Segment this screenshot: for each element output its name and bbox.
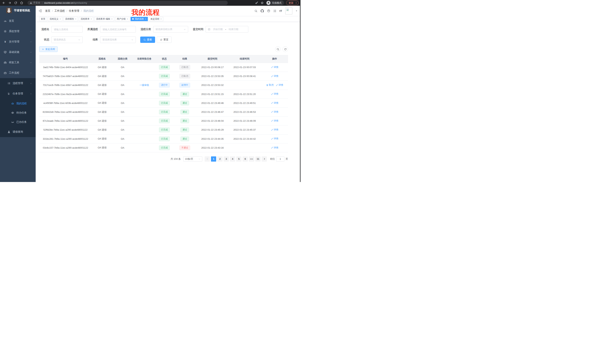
tab-start-process[interactable]: 发起流程× <box>149 17 163 21</box>
show-search-button[interactable] <box>275 46 281 52</box>
parent-process-input[interactable] <box>100 26 136 33</box>
pager-next-button[interactable] <box>262 156 267 162</box>
font-size-icon[interactable]: tT <box>280 9 282 12</box>
browser-home-icon[interactable] <box>20 1 23 4</box>
detail-button[interactable]: 详情 <box>276 84 283 87</box>
help-icon[interactable] <box>267 9 270 12</box>
result-select[interactable]: 请选择流结果 <box>100 36 136 43</box>
tab-process-form[interactable]: 流程表单× <box>79 17 93 21</box>
browser-forward-icon[interactable] <box>8 1 11 4</box>
pager-more-button[interactable]: ••• <box>249 156 254 162</box>
search-button[interactable]: 搜索 <box>140 37 155 43</box>
detail-button[interactable]: 详情 <box>271 128 278 131</box>
sidebar-item-home[interactable]: 首页 <box>0 16 36 26</box>
filter-label: 结果 <box>87 38 98 41</box>
goto-page-input[interactable] <box>276 156 284 162</box>
gear-icon <box>4 30 7 33</box>
submit-time-range[interactable]: 开始日期 - 结束日期 <box>206 26 248 33</box>
close-icon[interactable]: × <box>160 18 161 20</box>
start-process-button[interactable]: 发起流程 <box>39 46 58 52</box>
sidebar-item-todo-task[interactable]: 待办任务 <box>0 108 36 117</box>
tab-process-form-edit[interactable]: 流程表单-编辑× <box>94 17 114 21</box>
breadcrumb-home[interactable]: 首页 <box>45 9 50 13</box>
pager-page-5[interactable]: 5 <box>236 156 241 162</box>
sidebar-item-my-process[interactable]: 我的流程 <box>0 99 36 108</box>
breadcrumb-task-management[interactable]: 任务管理 <box>69 9 79 13</box>
key-icon[interactable] <box>255 1 258 4</box>
pager-page-2[interactable]: 2 <box>217 156 222 162</box>
cancel-button[interactable]: 取消 <box>266 84 274 87</box>
incognito-label: 无痕模式 <box>272 1 281 5</box>
cell-end-time: 2022-01-22 23:46:09 <box>228 116 261 125</box>
sidebar-item-task-management[interactable]: 任务管理 <box>0 88 36 99</box>
edit-icon <box>271 129 273 131</box>
detail-button[interactable]: 详情 <box>271 110 278 114</box>
sidebar-item-infrastructure[interactable]: 基础设施 <box>0 47 36 57</box>
github-icon[interactable] <box>260 9 264 13</box>
sidebar-item-devtools[interactable]: 研发工具 <box>0 57 36 68</box>
task-link[interactable]: 一级审批 <box>140 84 149 86</box>
table-tools <box>275 46 288 52</box>
sidebar-item-workflow[interactable]: 工作流程 <box>0 68 36 78</box>
chevron-down-icon <box>78 38 80 41</box>
category-select[interactable]: 请选择流程分类 <box>153 26 188 33</box>
app-logo[interactable]: 芋道管理系统 <box>0 6 36 15</box>
cell-submit-time: 2022-01-23 00:06:17 <box>197 63 228 72</box>
process-name-input[interactable] <box>51 26 83 33</box>
caret-down-icon[interactable] <box>295 10 298 12</box>
bookmark-star-icon[interactable] <box>260 1 264 4</box>
hamburger-icon[interactable] <box>39 9 42 13</box>
sidebar-item-leave-query[interactable]: 请假查询 <box>0 127 36 137</box>
address-bar[interactable]: 不安全 dashboard.yudao.iocoder.cn/bpm/task/… <box>28 1 228 5</box>
page-size-select[interactable]: 10条/页 <box>183 156 202 162</box>
pager-page-11[interactable]: 11 <box>255 156 260 162</box>
tab-home[interactable]: 首页 <box>39 17 47 21</box>
close-icon[interactable]: × <box>111 18 112 20</box>
refresh-table-button[interactable] <box>282 46 288 52</box>
detail-button[interactable]: 详情 <box>271 137 278 140</box>
browser-update-button[interactable]: 更新 <box>286 0 299 5</box>
detail-button[interactable]: 详情 <box>271 146 278 149</box>
detail-button[interactable]: 详情 <box>271 66 278 69</box>
cell-process-name: OA 请假 <box>92 90 112 98</box>
reset-button[interactable]: 重置 <box>157 37 172 43</box>
table-row: 67c2eaab-7b9a-11ec-a290-acde48001122OA 请… <box>39 116 288 125</box>
detail-button[interactable]: 详情 <box>271 102 278 105</box>
sidebar-item-payment[interactable]: ¥支付管理 <box>0 37 36 47</box>
sidebar-item-process-management[interactable]: 流程管理 <box>0 78 36 88</box>
tab-my-process[interactable]: 我的流程× <box>130 17 148 21</box>
column-header: 状态 <box>156 55 173 63</box>
browser-reload-icon[interactable] <box>14 1 17 4</box>
tab-user-group[interactable]: 用户分组× <box>115 17 130 21</box>
avatar[interactable] <box>285 7 292 14</box>
pager-page-6[interactable]: 6 <box>242 156 248 162</box>
cell-status: 已完成 <box>156 63 173 72</box>
fullscreen-icon[interactable] <box>273 10 276 12</box>
robot-icon <box>11 102 14 105</box>
browser-back-icon[interactable] <box>2 1 5 4</box>
close-icon[interactable]: × <box>91 18 92 20</box>
breadcrumb-workflow[interactable]: 工作流程 <box>54 9 65 13</box>
sidebar-item-system[interactable]: 系统管理 <box>0 26 36 37</box>
close-icon[interactable]: × <box>127 18 128 20</box>
status-select[interactable]: 请选择状态 <box>51 36 83 43</box>
close-icon[interactable]: × <box>60 18 61 20</box>
navbar-tools: tT <box>254 7 298 14</box>
tab-process-model[interactable]: 流程模型× <box>63 17 78 21</box>
cell-id: 819442e8-7b9a-11ec-a290-acde48001122 <box>39 107 92 116</box>
tab-process-definition[interactable]: 流程定义× <box>48 17 62 21</box>
detail-button[interactable]: 详情 <box>271 75 278 78</box>
detail-button[interactable]: 详情 <box>271 92 278 96</box>
pager-page-1[interactable]: 1 <box>211 156 216 162</box>
pager-prev-button[interactable] <box>205 156 210 162</box>
sidebar-item-label: 请假查询 <box>13 130 23 134</box>
close-icon[interactable]: × <box>145 18 146 20</box>
status-badge: 已完成 <box>159 145 170 150</box>
search-icon[interactable] <box>254 10 257 12</box>
browser-menu-icon[interactable] <box>295 1 298 4</box>
pager-page-4[interactable]: 4 <box>230 156 235 162</box>
pager-page-3[interactable]: 3 <box>224 156 229 162</box>
sidebar-item-done-task[interactable]: 已办任务 <box>0 117 36 127</box>
detail-button[interactable]: 详情 <box>271 119 278 123</box>
close-icon[interactable]: × <box>75 18 76 20</box>
